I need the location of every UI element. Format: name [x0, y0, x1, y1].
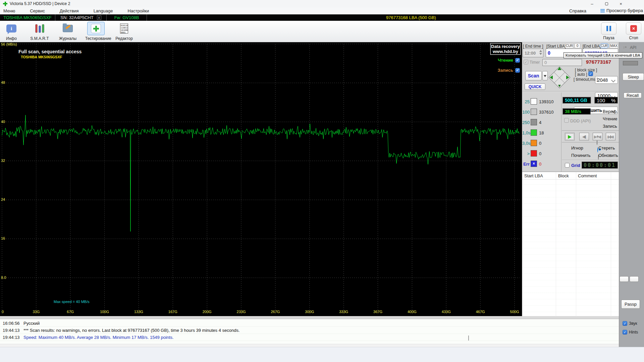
- block-size-label: [ block size ]: [575, 68, 597, 72]
- x-tick-label: 267G: [271, 310, 280, 314]
- y-tick-label: 40: [1, 120, 5, 124]
- y-tick-label: 48: [1, 80, 5, 84]
- menu-item-Сервис[interactable]: Сервис: [30, 8, 45, 13]
- counter-label: 250: [522, 120, 530, 125]
- pause-label: Пауза: [597, 36, 621, 40]
- play-icon: ▶: [568, 134, 572, 139]
- minimize-button[interactable]: –: [587, 0, 597, 7]
- end-time-spinner[interactable]: 12:00: [523, 49, 543, 57]
- toolbar-button-label: S.M.A.R.T: [29, 36, 50, 41]
- playback-back[interactable]: ◀: [579, 133, 589, 140]
- menu-item-Language[interactable]: Language: [94, 8, 113, 13]
- arrow-right-icon[interactable]: [566, 75, 569, 79]
- menu-item-Меню[interactable]: Меню: [3, 8, 15, 13]
- auto-checkbox[interactable]: ✓: [588, 71, 593, 76]
- counter-swatch: [531, 129, 537, 136]
- sound-checkbox[interactable]: ✓: [623, 321, 627, 326]
- close-button[interactable]: ×: [616, 0, 626, 7]
- quick-button[interactable]: QUICK: [525, 83, 545, 90]
- window-title: Victoria 5.37 HDD/SSD | Device 2: [10, 1, 70, 6]
- small-button-1[interactable]: [620, 276, 629, 282]
- toolbar-button-Тестирование[interactable]: Тестирование: [85, 22, 107, 41]
- start-lba-cur-button[interactable]: CUR: [565, 43, 574, 48]
- api-radio[interactable]: [624, 45, 624, 50]
- stop-icon: ×: [630, 25, 637, 32]
- counter-value: 337610: [539, 110, 553, 115]
- device-model-tab[interactable]: TOSHIBA MK5065GSXF: [0, 14, 55, 21]
- end-time-label: [ End time ]: [523, 44, 543, 49]
- legend-Запись: Запись✓: [498, 68, 520, 73]
- timer-value: 0: [544, 60, 547, 65]
- victoria-app-window: Victoria 5.37 HDD/SSD | Device 2 – × Мен…: [0, 0, 644, 362]
- counter-label: >: [522, 151, 530, 156]
- arrow-left-icon[interactable]: [550, 75, 553, 79]
- toolbar-button-Инфо[interactable]: iИнфо: [1, 22, 22, 41]
- mode-radio-Чтение[interactable]: [597, 147, 598, 153]
- scan-button[interactable]: Scan: [525, 71, 542, 80]
- playback-seek-end[interactable]: ▷|◁: [606, 133, 615, 140]
- timer-input[interactable]: 0: [542, 59, 582, 66]
- log-scrollbar[interactable]: [0, 344, 619, 347]
- log-message: Speed: Maximum 40 MB/s. Average 28 MB/s.…: [23, 335, 174, 340]
- stop-button[interactable]: ×: [626, 22, 641, 35]
- start-lba-zero-button[interactable]: 0: [575, 43, 580, 48]
- speed-trace: [2, 115, 519, 231]
- current-speed-display: 38 MB/s: [562, 108, 591, 115]
- pause-button[interactable]: [601, 22, 616, 35]
- seek-error-icon: ▷?◁: [594, 135, 601, 138]
- sleep-button[interactable]: Sleep: [623, 73, 644, 80]
- x-tick-label: 133G: [134, 310, 143, 314]
- small-button-2[interactable]: [630, 276, 639, 282]
- hints-label: Hints: [629, 330, 638, 335]
- spinner-arrows-icon[interactable]: [539, 50, 542, 55]
- scan-dropdown-button[interactable]: [542, 71, 548, 80]
- menu-item-Действия[interactable]: Действия: [60, 8, 79, 13]
- grid-checkbox[interactable]: [565, 163, 570, 168]
- legend-checkbox[interactable]: ✓: [515, 68, 520, 73]
- buffer-view-button[interactable]: Просмотр буфера: [600, 8, 643, 13]
- toolbar-button-Редактор[interactable]: 010110 110011 101000 0001Редактор: [113, 22, 135, 41]
- playback-seek-error[interactable]: ▷?◁: [593, 133, 602, 140]
- device-firmware-tab[interactable]: Fw: GV108B: [107, 14, 147, 21]
- arrow-down-icon[interactable]: [558, 85, 561, 87]
- maximize-button[interactable]: [601, 0, 611, 7]
- playback-play[interactable]: ▶: [565, 133, 575, 140]
- menu-bar: МенюСервисДействияLanguageНастройки Спра…: [0, 7, 644, 14]
- table-header-Comment: Comment: [578, 173, 597, 178]
- toolbar-button-Журналы[interactable]: Журналы: [57, 22, 78, 41]
- recall-button[interactable]: Recall: [624, 93, 642, 98]
- passp-button[interactable]: Passp: [621, 300, 640, 309]
- table-header-Start LBA: Start LBA: [524, 173, 543, 178]
- side-strip: API ✓ Sleep Recall Passp ✓ Звук ✓ Hints: [619, 42, 644, 347]
- menu-item-help[interactable]: Справка: [569, 8, 586, 13]
- menu-item-Настройки[interactable]: Настройки: [127, 8, 149, 13]
- toolbar-button-label: Редактор: [113, 36, 135, 41]
- end-lba-max-button[interactable]: MAX: [609, 43, 618, 48]
- seek-pad[interactable]: [548, 66, 571, 88]
- toolbar-button-S.M.A.R.T[interactable]: S.M.A.R.T: [29, 22, 50, 41]
- counter-value: 0: [539, 141, 541, 146]
- buffer-view-label: Просмотр буфера: [606, 8, 643, 13]
- list-icon: [600, 9, 605, 12]
- hints-checkbox[interactable]: ✓: [623, 330, 627, 335]
- smart-icon: [35, 24, 44, 33]
- legend-checkbox[interactable]: ✓: [515, 58, 520, 63]
- tab-close-icon[interactable]: x: [97, 15, 101, 20]
- defect-table[interactable]: Start LBABlockComment: [522, 172, 619, 316]
- block-size-select[interactable]: 2048: [595, 76, 618, 84]
- timer-checkbox[interactable]: ✓: [524, 60, 528, 64]
- maximize-icon: [605, 2, 608, 5]
- test-icon: [91, 24, 101, 33]
- auto-label: [ auto ]: [575, 72, 587, 77]
- log-row: 19:44:13Speed: Maximum 40 MB/s. Average …: [0, 334, 619, 341]
- log-message: Русский: [23, 321, 40, 326]
- divider: [522, 91, 619, 92]
- device-serial-tab[interactable]: SN: 32A4P5CHT x: [55, 14, 107, 21]
- log-area[interactable]: 16:06:56Русский19:44:13*** Scan results:…: [0, 319, 619, 347]
- y-tick-label: 8.0: [1, 276, 6, 280]
- end-lba-cur-button[interactable]: CUR: [600, 43, 609, 48]
- ddd-api-checkbox[interactable]: [564, 118, 569, 123]
- app-icon: [3, 2, 7, 6]
- arrow-up-icon[interactable]: [557, 67, 561, 70]
- toolbar-button-iconbox: i: [3, 22, 20, 35]
